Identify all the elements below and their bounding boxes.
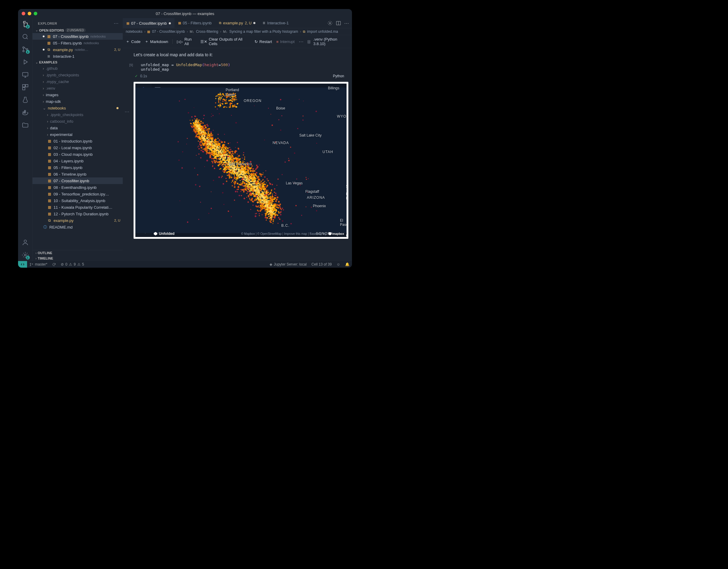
svg-point-1300	[205, 146, 205, 146]
restart-kernel-button[interactable]: ↻Restart	[254, 39, 272, 44]
open-editor-item[interactable]: ≣ Interactive-1	[32, 53, 123, 60]
mapbox-logo[interactable]: mapbox	[328, 232, 344, 235]
extensions-icon[interactable]	[22, 84, 29, 91]
folder-item[interactable]: ›.ipynb_checkpoints	[32, 72, 123, 78]
feedback-icon[interactable]: ☺	[334, 262, 343, 266]
unfolded-brand[interactable]: Unfolded	[153, 232, 174, 236]
variables-icon[interactable]: ⌸	[308, 39, 310, 44]
svg-point-2472	[266, 201, 267, 202]
breadcrumb-item[interactable]: Cross-filtering	[196, 29, 218, 34]
tab-interactive[interactable]: ≣Interactive-1	[259, 18, 292, 28]
file-item[interactable]: ▦03 - Cloud maps.ipynb	[32, 151, 123, 158]
breadcrumb-item[interactable]: Syncing a map filter with a Plotly histo…	[229, 29, 298, 34]
outline-header[interactable]: ›OUTLINE	[32, 250, 123, 256]
maximize-window-button[interactable]	[34, 12, 37, 15]
notifications-icon[interactable]: 🔔	[343, 262, 352, 266]
toolbar-more-icon[interactable]: ⋯	[299, 39, 304, 45]
split-editor-icon[interactable]	[336, 20, 341, 26]
folder-item-notebooks[interactable]: ⌄notebooks	[32, 105, 123, 111]
svg-point-2356	[259, 184, 261, 186]
file-item[interactable]: ▦02 - Local maps.ipynb	[32, 144, 123, 151]
file-item[interactable]: ▦11 - Kuwala Popularity Correlati…	[32, 204, 123, 211]
file-item[interactable]: ▦04 - Layers.ipynb	[32, 158, 123, 164]
svg-point-2451	[231, 172, 233, 174]
sidebar-more-icon[interactable]: ⋯	[114, 20, 119, 26]
folder-icon[interactable]	[22, 121, 29, 129]
settings-gear-icon[interactable]	[327, 20, 333, 26]
svg-point-2376	[209, 153, 211, 155]
remote-explorer-icon[interactable]	[22, 71, 29, 78]
tab-filters[interactable]: ▦05 - Filters.ipynb	[174, 18, 215, 28]
breadcrumb-item[interactable]: notebooks	[126, 29, 142, 34]
search-icon[interactable]	[22, 33, 29, 40]
file-item[interactable]: ▦08 - Eventhandling.ipynb	[32, 184, 123, 191]
folder-item[interactable]: ›.ipynb_checkpoints	[32, 111, 123, 118]
svg-point-2490	[212, 151, 213, 152]
open-editor-item[interactable]: ▦ 07 - Crossfilter.ipynb notebooks	[32, 33, 123, 40]
folder-item[interactable]: ›catboost_info	[32, 118, 123, 125]
more-actions-icon[interactable]: ⋯	[344, 20, 350, 26]
run-all-button[interactable]: ▷▷Run All	[177, 37, 196, 46]
file-item[interactable]: ▦09 - Tensorflow_prediction.ipy…	[32, 191, 123, 197]
timeline-header[interactable]: ›TIMELINE	[32, 256, 123, 261]
kernel-picker[interactable]: .venv (Python 3.8.10)	[313, 37, 349, 46]
file-item[interactable]: ▦05 - Filters.ipynb	[32, 164, 123, 171]
svg-point-1742	[266, 186, 267, 188]
breadcrumb-item[interactable]: import unfolded.ma	[307, 29, 338, 34]
source-control-icon[interactable]: 1	[22, 46, 29, 53]
file-item[interactable]: ▦12 - Pytorch Trip Duration.ipynb	[32, 211, 123, 217]
folder-item[interactable]: ›.mypy_cache	[32, 78, 123, 85]
svg-point-2390	[237, 169, 238, 170]
manage-icon[interactable]: 1	[22, 251, 29, 259]
git-branch[interactable]: master*	[27, 262, 50, 266]
file-item[interactable]: ▦07 - Crossfilter.ipynb	[32, 177, 123, 184]
add-markdown-button[interactable]: ＋Markdown	[145, 39, 168, 44]
tab-example-py[interactable]: ⧉example.py2, U	[215, 18, 259, 28]
explorer-icon[interactable]: 2	[22, 20, 29, 28]
file-item-example-py[interactable]: ⧉example.py2, U	[32, 217, 123, 224]
remote-indicator[interactable]	[18, 261, 27, 268]
code-cell[interactable]: ⋯ [9] unfolded_map = UnfoldedMap(height=…	[123, 61, 352, 239]
folder-item[interactable]: ›.github	[32, 65, 123, 72]
svg-point-2170	[233, 167, 234, 169]
open-editor-item[interactable]: ⧉ example.py notebo… 2, U	[32, 46, 123, 53]
breadcrumb-item[interactable]: 07 - Crossfilter.ipynb	[152, 29, 185, 34]
minimize-window-button[interactable]	[28, 12, 31, 15]
sync-button[interactable]	[50, 263, 58, 266]
file-item[interactable]: ▦06 - Timeline.ipynb	[32, 171, 123, 177]
docker-icon[interactable]	[22, 109, 29, 116]
cell-position[interactable]: Cell 13 of 39	[309, 262, 334, 266]
workspace-root-header[interactable]: ⌄ EXAMPLES	[32, 60, 123, 65]
markdown-cell[interactable]: Let's create a local map and add data to…	[123, 51, 352, 61]
tab-crossfilter[interactable]: ▦07 - Crossfilter.ipynb	[123, 18, 174, 28]
cell-language[interactable]: Python	[333, 74, 352, 78]
cell-more-icon[interactable]: ⋯	[125, 109, 129, 115]
problems-indicator[interactable]: ⊘0 ⚠9 ⚠5	[58, 262, 86, 266]
folder-item[interactable]: ›images	[32, 91, 123, 98]
folder-item[interactable]: ›map-sdk	[32, 98, 123, 105]
svg-point-2108	[243, 179, 245, 180]
accounts-icon[interactable]	[22, 239, 29, 246]
run-debug-icon[interactable]	[22, 58, 29, 66]
close-window-button[interactable]	[22, 12, 25, 15]
titlebar[interactable]: 07 - Crossfilter.ipynb — examples	[18, 9, 352, 18]
interrupt-button[interactable]: ■Interrupt	[276, 39, 295, 44]
map-canvas[interactable]	[135, 84, 347, 237]
notebook-content[interactable]: Let's create a local map and add data to…	[123, 48, 352, 261]
open-editor-item[interactable]: ▦ 05 - Filters.ipynb notebooks	[32, 40, 123, 46]
clear-outputs-button[interactable]: ☰✕Clear Outputs of All Cells	[200, 37, 250, 46]
file-item[interactable]: ▦01 - Introduction.ipynb	[32, 138, 123, 144]
code-editor[interactable]: unfolded_map = UnfoldedMap(height=500) u…	[134, 61, 352, 73]
breadcrumb[interactable]: notebooks› ▦07 - Crossfilter.ipynb› M↓Cr…	[123, 28, 352, 35]
open-editors-header[interactable]: ⌄ OPEN EDITORS 2 UNSAVED	[32, 27, 123, 33]
testing-icon[interactable]	[22, 96, 29, 103]
jupyter-server-status[interactable]: ◈Jupyter Server: local	[267, 262, 309, 266]
folder-item[interactable]: ›.venv	[32, 85, 123, 91]
file-item[interactable]: ▦10 - Suitability_Analysis.ipynb	[32, 197, 123, 204]
attribution-text[interactable]: © Mapbox | © OpenStreetMap | Improve thi…	[241, 232, 326, 235]
unfolded-map[interactable]: › ⤴Share ▤Docs ✱Help ◫ ⬡	[135, 84, 347, 237]
folder-item[interactable]: ›experimental	[32, 131, 123, 138]
folder-item[interactable]: ›data	[32, 125, 123, 131]
file-item-readme[interactable]: ⓘREADME.md	[32, 224, 123, 230]
add-code-button[interactable]: ＋Code	[126, 39, 140, 44]
